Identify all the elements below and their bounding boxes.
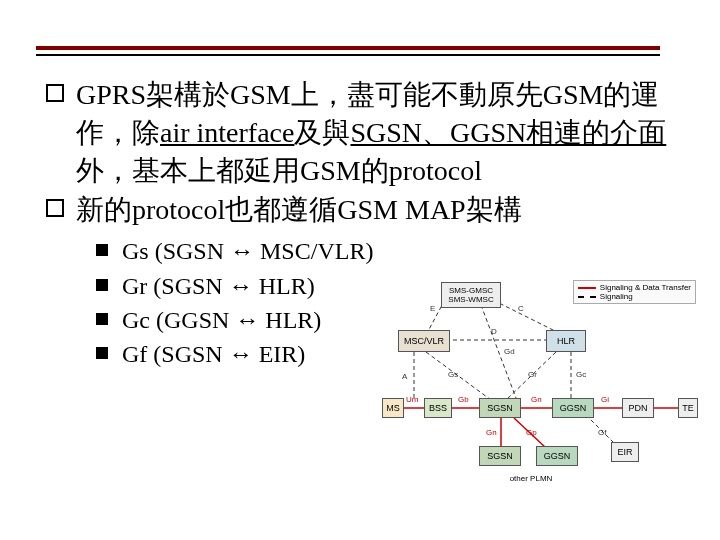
label-Gr: Gr xyxy=(528,370,537,379)
label-Gn2: Gn xyxy=(486,428,497,437)
filled-square-bullet xyxy=(96,313,108,325)
label-E: E xyxy=(430,304,435,313)
gprs-architecture-diagram: Signaling & Data Transfer Signaling xyxy=(386,280,696,490)
bullet-2-text: 新的protocol也都遵循GSM MAP架構 xyxy=(76,191,522,229)
label-Gf: Gf xyxy=(598,428,606,437)
node-sms: SMS-GMSC SMS-WMSC xyxy=(441,282,501,308)
filled-square-bullet xyxy=(96,347,108,359)
label-Gc: Gc xyxy=(576,370,586,379)
label-D: D xyxy=(491,327,497,336)
sub-bullet-2-text: Gr (SGSN ↔ HLR) xyxy=(122,270,315,302)
svg-line-4 xyxy=(426,352,491,400)
label-Gs: Gs xyxy=(448,370,458,379)
top-rule-red xyxy=(36,46,660,50)
filled-square-bullet xyxy=(96,279,108,291)
sub-bullet-4-text: Gf (SGSN ↔ EIR) xyxy=(122,338,305,370)
bullet-1: GPRS架構於GSM上，盡可能不動原先GSM的運作，除air interface… xyxy=(46,76,700,189)
sub-bullet-3-text: Gc (GGSN ↔ HLR) xyxy=(122,304,321,336)
node-ms: MS xyxy=(382,398,404,418)
label-C: C xyxy=(518,304,524,313)
text: 及與 xyxy=(294,117,350,148)
label-Gd: Gd xyxy=(504,347,515,356)
node-ggsn: GGSN xyxy=(552,398,594,418)
label-Gp: Gp xyxy=(526,428,537,437)
open-square-bullet xyxy=(46,84,64,102)
node-ggsn-2: GGSN xyxy=(536,446,578,466)
node-pdn: PDN xyxy=(622,398,654,418)
node-eir: EIR xyxy=(611,442,639,462)
underline-sgsn-ggsn: SGSN、GGSN相連的介面 xyxy=(350,117,666,148)
open-square-bullet xyxy=(46,199,64,217)
node-bss: BSS xyxy=(424,398,452,418)
sub-bullet-1: Gs (SGSN ↔ MSC/VLR) xyxy=(96,235,700,267)
label-A: A xyxy=(402,372,407,381)
node-sgsn: SGSN xyxy=(479,398,521,418)
node-te: TE xyxy=(678,398,698,418)
underline-air-interface: air interface xyxy=(160,117,294,148)
bullet-2: 新的protocol也都遵循GSM MAP架構 xyxy=(46,191,700,229)
label-Gi: Gi xyxy=(601,395,609,404)
node-sms-wmsc: SMS-WMSC xyxy=(448,295,493,304)
sub-bullet-1-text: Gs (SGSN ↔ MSC/VLR) xyxy=(122,235,373,267)
bullet-1-text: GPRS架構於GSM上，盡可能不動原先GSM的運作，除air interface… xyxy=(76,76,700,189)
plmn-label: other PLMN xyxy=(496,472,566,484)
node-sgsn-2: SGSN xyxy=(479,446,521,466)
filled-square-bullet xyxy=(96,244,108,256)
text: 外，基本上都延用GSM的protocol xyxy=(76,155,482,186)
label-Gn: Gn xyxy=(531,395,542,404)
top-rule-black xyxy=(36,54,660,56)
label-Gb: Gb xyxy=(458,395,469,404)
node-msc-vlr: MSC/VLR xyxy=(398,330,450,352)
node-sms-gmsc: SMS-GMSC xyxy=(449,286,493,295)
label-Um: Um xyxy=(406,395,418,404)
node-hlr: HLR xyxy=(546,330,586,352)
